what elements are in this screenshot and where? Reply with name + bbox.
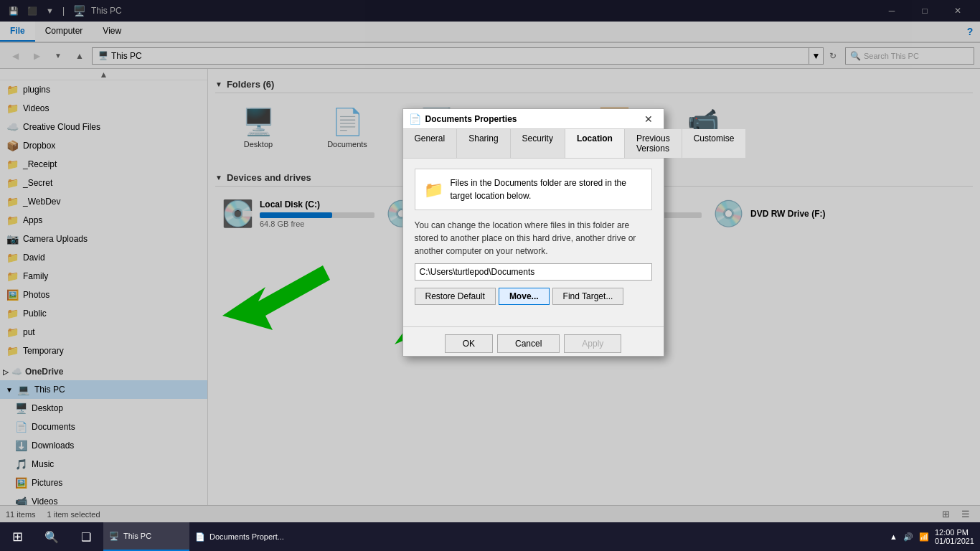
dialog-path-input[interactable] <box>415 263 652 281</box>
info-folder-icon: 📁 <box>424 178 443 202</box>
tray-network[interactable]: 📶 <box>919 532 929 542</box>
clock: 12:00 PM01/01/2021 <box>935 528 974 545</box>
dialog-action-buttons: Restore Default Move... Find Target... <box>415 288 652 305</box>
dialog-bottom-buttons: OK Cancel Apply <box>403 326 664 356</box>
app-icon: 📄 <box>195 532 205 542</box>
ok-button[interactable]: OK <box>445 334 493 353</box>
dialog-tab-previous-versions[interactable]: Previous Versions <box>625 129 682 158</box>
system-tray: ▲ 🔊 📶 12:00 PM01/01/2021 <box>890 528 980 545</box>
taskbar-this-pc[interactable]: 🖥️ This PC <box>103 522 189 551</box>
documents-properties-dialog: 📄 Documents Properties ✕ General Sharing… <box>402 108 664 357</box>
dialog-content: 📁 Files in the Documents folder are stor… <box>403 159 664 321</box>
dialog-tab-location[interactable]: Location <box>565 129 625 158</box>
task-view-icon: ❑ <box>81 530 91 544</box>
dialog-tabs: General Sharing Security Location Previo… <box>403 129 664 159</box>
search-icon: 🔍 <box>44 530 59 544</box>
dialog-overlay: 📄 Documents Properties ✕ General Sharing… <box>0 0 980 522</box>
cancel-button[interactable]: Cancel <box>497 334 560 353</box>
dialog-tab-sharing[interactable]: Sharing <box>457 129 510 158</box>
taskbar-documents-properties[interactable]: 📄 Documents Propert... <box>189 522 290 551</box>
dialog-info-text1: Files in the Documents folder are stored… <box>451 176 643 202</box>
apply-button[interactable]: Apply <box>564 334 621 353</box>
dialog-close-button[interactable]: ✕ <box>639 110 658 128</box>
find-target-button[interactable]: Find Target... <box>552 288 624 305</box>
dialog-title-text: Documents Properties <box>425 114 635 124</box>
dialog-info-box: 📁 Files in the Documents folder are stor… <box>415 169 652 210</box>
move-button[interactable]: Move... <box>499 288 550 305</box>
dialog-tab-security[interactable]: Security <box>511 129 565 158</box>
start-button[interactable]: ⊞ <box>0 522 34 551</box>
tray-volume[interactable]: 🔊 <box>903 532 913 542</box>
dialog-title-bar: 📄 Documents Properties ✕ <box>403 109 664 129</box>
dialog-info-text2: You can change the location where files … <box>415 219 652 258</box>
dialog-tab-customise[interactable]: Customise <box>682 129 747 158</box>
app-label: This PC <box>123 532 151 540</box>
taskbar: ⊞ 🔍 ❑ 🖥️ This PC 📄 Documents Propert... … <box>0 522 980 551</box>
start-icon: ⊞ <box>12 529 23 545</box>
tray-expand[interactable]: ▲ <box>890 532 897 541</box>
app-label: Documents Propert... <box>209 532 284 541</box>
restore-default-button[interactable]: Restore Default <box>415 288 496 305</box>
dialog-title-icon: 📄 <box>409 113 421 125</box>
dialog-tab-general[interactable]: General <box>403 129 458 158</box>
search-button[interactable]: 🔍 <box>34 522 69 551</box>
task-view-button[interactable]: ❑ <box>69 522 103 551</box>
app-icon: 🖥️ <box>109 532 119 541</box>
